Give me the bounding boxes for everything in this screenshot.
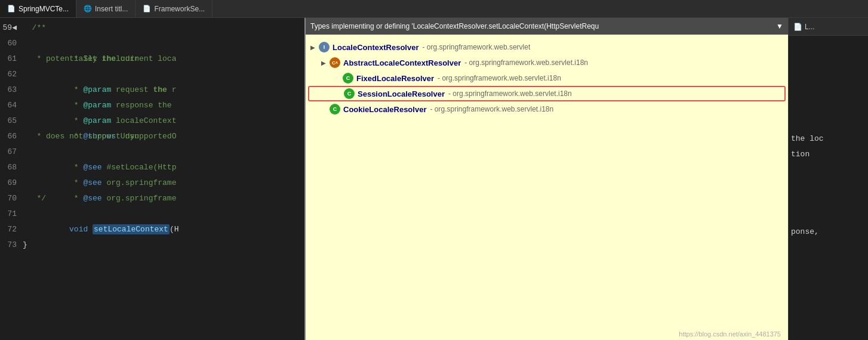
popup-header-text: Types implementing or defining 'LocaleCo… [310,22,772,30]
tab-frameworkse[interactable]: 📄 FrameworkSe... [136,0,213,17]
tab-bar: 📄 SpringMVCTe... 🌐 Insert titl... 📄 Fram… [0,0,868,18]
right-code-line-6 [789,116,868,131]
tree-item-localecontextresolver[interactable]: ▶ I LocaleContextResolver - org.springfr… [308,39,786,55]
tree-name-1: AbstractLocaleContextResolver [343,58,461,67]
tree-item-abstractlocalecontextresolver[interactable]: ▶ CA AbstractLocaleContextResolver - org… [308,55,786,70]
right-code-line-13: ponse, [789,224,868,240]
right-code-line-4 [789,85,868,100]
right-content-7: the loc [789,131,824,147]
line-number-63: 63 [0,82,23,98]
right-panel: 📄 L... the loc tion [788,18,868,340]
code-line-71: 71 void setLocaleContext(H [0,206,304,222]
code-editor: 59◀ /** 60 * Set the current loca 61 * p… [0,18,304,340]
tree-name-2: FixedLocaleResolver [356,74,434,83]
tree-arrow-1: ▶ [321,60,330,66]
right-tab-icon: 📄 [793,23,802,31]
tree-item-fixedlocaleresolver[interactable]: C FixedLocaleResolver - org.springframew… [308,70,786,86]
abstract-icon-1: CA [330,57,340,68]
tree-package-3: - org.springframework.web.servlet.i18n [448,89,572,98]
line-number-64: 64 [0,98,23,113]
line-number-72: 72 [0,222,23,237]
line-number-65: 65 [0,113,23,129]
line-content-71: void setLocaleContext(H [23,206,179,253]
code-line-67: 67 * @see #setLocale(Http [0,144,304,160]
tree-arrow-0: ▶ [310,44,319,51]
line-number-73: 73 [0,237,23,253]
line-content-61: * potentially includin [23,51,139,67]
line-number-67: 67 [0,144,23,160]
tab-springmvc[interactable]: 📄 SpringMVCTe... [0,0,76,17]
line-number-70: 70 [0,191,23,206]
line-number-60: 60 [0,36,23,51]
tree-package-4: - org.springframework.web.servlet.i18n [430,105,553,113]
code-line-68: 68 * @see org.springframe [0,160,304,175]
tree-item-cookielocaleresolver[interactable]: C CookieLocaleResolver - org.springframe… [308,101,786,117]
watermark: https://blog.csdn.net/axin_4481375 [679,330,781,338]
class-icon-4: C [330,104,340,115]
line-number-59: 59◀ [0,20,23,36]
popup-header: Types implementing or defining 'LocaleCo… [306,18,788,35]
tree-package-1: - org.springframework.web.servlet.i18n [464,58,588,67]
right-code-line-7: the loc [789,131,868,147]
code-line-63: 63 * @param response the [0,82,304,98]
right-code-line-5 [789,100,868,116]
class-icon-2: C [343,73,353,84]
file-010-icon: 📄 [143,5,151,13]
tab-inserttitle[interactable]: 🌐 Insert titl... [76,0,136,17]
right-tab-bar: 📄 L... [789,18,868,36]
interface-icon-0: I [319,42,330,52]
tree-name-0: LocaleContextResolver [333,43,419,52]
code-line-59: 59◀ /** [0,20,304,36]
line-number-68: 68 [0,160,23,175]
main-area: 59◀ /** 60 * Set the current loca 61 * p… [0,18,868,340]
line-number-62: 62 [0,67,23,82]
right-panel-code: the loc tion ponse, [789,36,868,240]
line-number-69: 69 [0,175,23,191]
right-tab[interactable]: 📄 L... [789,18,820,35]
tree-item-sessionlocaleresolver[interactable]: C SessionLocaleResolver - org.springfram… [308,86,786,101]
right-content-8: tion [789,147,809,162]
right-code-line-12 [789,209,868,224]
tree-name-4: CookieLocaleResolver [343,105,426,114]
file-icon: 📄 [7,5,16,13]
right-code-line-3 [789,69,868,85]
right-tab-label: L... [805,23,815,31]
code-line-65: 65 * @throws UnsupportedO [0,113,304,129]
tree-package-0: - org.springframework.web.servlet [423,43,531,51]
line-number-66: 66 [0,129,23,144]
code-line-60: 60 * Set the current loca [0,36,304,51]
right-code-line-9 [789,162,868,178]
code-line-62: 62 * @param request the r [0,67,304,82]
tree-name-3: SessionLocaleResolver [358,89,445,98]
right-content-13: ponse, [789,224,819,240]
class-icon-3: C [344,88,355,99]
right-code-line-1 [789,38,868,54]
code-line-64: 64 * @param localeContext [0,98,304,113]
line-content-59: /** [23,20,46,36]
line-content-73: } [23,237,27,253]
popup-header-dropdown[interactable]: ▼ [776,22,783,30]
line-number-61: 61 [0,51,23,67]
globe-icon: 🌐 [84,5,92,13]
line-number-71: 71 [0,206,23,222]
code-line-69: 69 * @see org.springframe [0,175,304,191]
right-code-line-8: tion [789,147,868,162]
line-content-70: */ [23,191,46,206]
right-code-line-2 [789,54,868,69]
right-code-line-11 [789,193,868,209]
right-code-line-10 [789,178,868,193]
line-content-66: * does not support dyn [23,129,139,144]
popup-tree: ▶ I LocaleContextResolver - org.springfr… [306,35,788,340]
popup-panel: Types implementing or defining 'LocaleCo… [304,18,788,340]
tree-package-2: - org.springframework.web.servlet.i18n [438,74,561,82]
